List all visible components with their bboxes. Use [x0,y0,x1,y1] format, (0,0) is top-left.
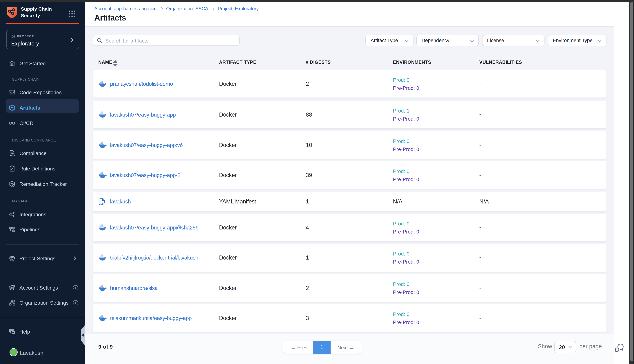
svg-text:YML: YML [99,202,105,206]
svg-text:?: ? [11,329,13,332]
